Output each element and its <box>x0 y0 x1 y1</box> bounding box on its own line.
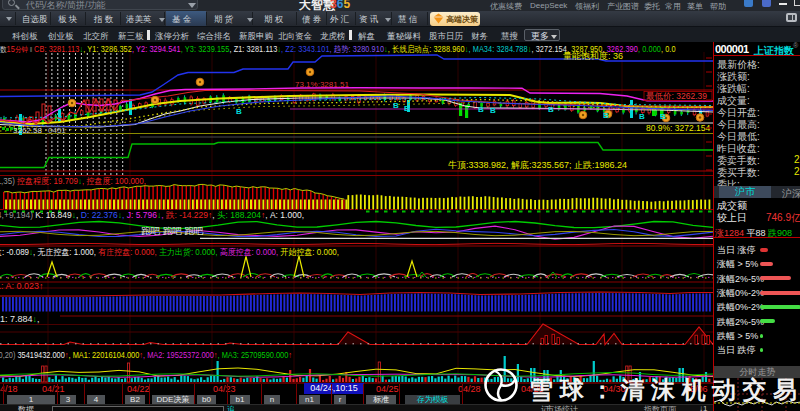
svg-text:B: B <box>603 111 609 120</box>
svg-text:80.9%: 3272.154: 80.9%: 3272.154 <box>646 123 711 133</box>
svg-text:B: B <box>548 105 554 114</box>
svg-text:最低价: 3262.39: 最低价: 3262.39 <box>646 91 707 101</box>
svg-text:1: 7.884↓,: 1: 7.884↓, <box>0 314 40 324</box>
svg-text:73.1%:3281.51: 73.1%:3281.51 <box>295 80 349 89</box>
svg-text:(10,20) 35419432.000↑, MA1: 22: (10,20) 35419432.000↑, MA1: 22016104.000… <box>0 350 292 360</box>
svg-text:B: B <box>478 105 484 114</box>
svg-text:3262.58: 3262.58 <box>13 126 42 135</box>
svg-text:(1,35) 控盘程度: 19.709↓, 控盘度: 100: (1,35) 控盘程度: 19.709↓, 控盘度: 100.000, <box>0 176 146 186</box>
svg-text:B: B <box>660 112 666 121</box>
svg-text:盘: -0.089↓, 无庄控盘: 1.000, 有庄控盘:: 盘: -0.089↓, 无庄控盘: 1.000, 有庄控盘: 0.000, 主力… <box>0 247 339 257</box>
svg-text:B: B <box>236 107 242 116</box>
svg-text:量能饱和度: 36: 量能饱和度: 36 <box>563 51 623 61</box>
svg-text:B: B <box>404 104 410 113</box>
svg-text:牛顶:3338.982, 解底:3235.567; 止跌:1: 牛顶:3338.982, 解底:3235.567; 止跌:1986.24 <box>448 160 627 170</box>
svg-text:B: B <box>393 101 399 110</box>
svg-text:B: B <box>639 112 645 121</box>
svg-text:(4,+9,194) K: 16.849↓, D: 22.3: (4,+9,194) K: 16.849↓, D: 22.376↓, J: 5.… <box>0 210 304 220</box>
svg-text:1: A: 0.023↑: 1: A: 0.023↑ <box>0 281 44 291</box>
svg-text:B: B <box>490 106 496 115</box>
svg-text:0451: 0451 <box>48 126 66 135</box>
svg-text:跑吧 跑吧 跑吧: 跑吧 跑吧 跑吧 <box>141 225 204 236</box>
